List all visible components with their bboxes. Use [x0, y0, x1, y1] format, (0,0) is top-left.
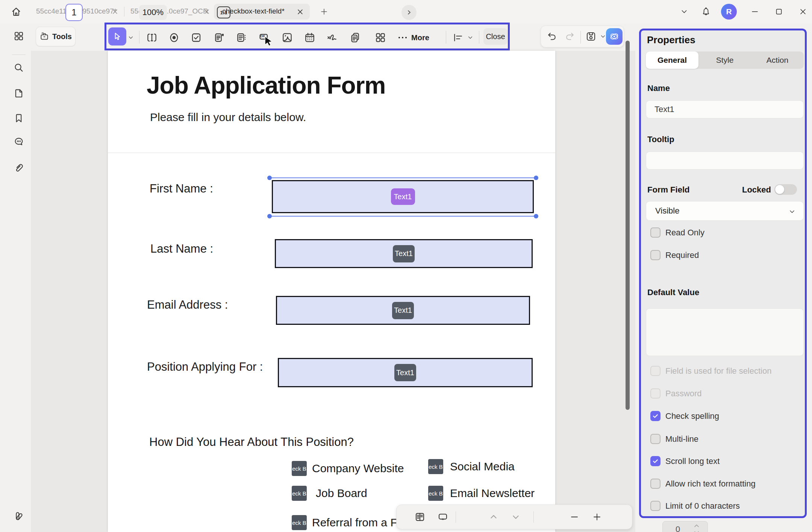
default-value-textarea[interactable] — [646, 308, 804, 356]
sidebar-item-page-thumbnails[interactable] — [10, 84, 28, 102]
home-button[interactable] — [8, 3, 25, 20]
tab-separator — [124, 7, 124, 17]
password-label: Password — [665, 388, 702, 399]
sidebar-item-comments[interactable] — [10, 133, 28, 151]
char-limit-spinner[interactable]: 0 — [662, 521, 708, 532]
titlebar-chevron-down-icon[interactable] — [678, 5, 691, 18]
paperclip-icon — [13, 162, 24, 173]
zoom-in-button[interactable] — [589, 509, 604, 524]
tab-action[interactable]: Action — [751, 52, 804, 69]
selection-handle[interactable] — [534, 214, 538, 218]
multi-line-label: Multi-line — [665, 434, 698, 444]
tab-close-icon[interactable] — [111, 8, 119, 15]
align-chevron-icon[interactable] — [465, 30, 475, 45]
tooltip-input[interactable] — [646, 152, 804, 170]
previous-page-button[interactable] — [486, 509, 501, 524]
page-number-input[interactable]: 1 — [65, 4, 83, 21]
home-icon — [11, 6, 22, 17]
list-box-tool[interactable] — [234, 30, 249, 45]
tab-close-icon[interactable] — [203, 8, 211, 15]
char-limit-label: Limit of 0 characters — [665, 501, 740, 511]
sidebar-divider — [12, 55, 26, 55]
checkbox-tool[interactable] — [189, 30, 204, 45]
text-field-last-name[interactable]: Text1 — [275, 239, 533, 268]
tab-general[interactable]: General — [646, 52, 698, 69]
text-field-email[interactable]: Text1 — [276, 296, 530, 325]
presentation-mode-button[interactable] — [435, 509, 450, 524]
select-tool-active[interactable] — [108, 27, 126, 45]
radio-button-tool[interactable] — [167, 30, 182, 45]
new-tab-button[interactable] — [320, 8, 328, 15]
rich-text-checkbox[interactable] — [650, 479, 661, 489]
spinner-up-icon[interactable] — [693, 523, 700, 529]
tooltip-label: Tooltip — [647, 135, 674, 144]
checkbox-field-company-website[interactable]: eck B — [292, 461, 307, 476]
tab-document-3-active[interactable]: checkbox-text-field* — [222, 7, 285, 15]
window-maximize-button[interactable] — [773, 5, 785, 18]
option-label: Company Website — [312, 462, 404, 475]
user-avatar[interactable]: R — [721, 4, 737, 20]
tab-close-icon[interactable] — [296, 8, 304, 15]
select-tool-chevron-icon[interactable] — [126, 30, 136, 45]
read-only-checkbox[interactable] — [650, 227, 661, 238]
tab-style[interactable]: Style — [698, 52, 751, 69]
redo-icon — [565, 31, 575, 42]
redo-button[interactable] — [562, 29, 577, 44]
selection-line-bottom — [269, 216, 536, 217]
reading-mode-button[interactable] — [412, 509, 427, 524]
text-field-first-name[interactable]: Text1 — [272, 180, 534, 213]
text-field-tool[interactable] — [144, 30, 159, 45]
selection-handle[interactable] — [267, 176, 272, 180]
notifications-bell-icon[interactable] — [700, 5, 712, 18]
toolbox-icon — [39, 32, 49, 41]
zoom-level-value[interactable]: 100% — [139, 5, 167, 20]
name-input[interactable]: Text1 — [646, 100, 804, 118]
comment-bubble-icon — [13, 136, 24, 147]
sidebar-item-attachments[interactable] — [10, 158, 28, 176]
option-label: Email Newsletter — [450, 487, 535, 500]
field-grid-tool[interactable] — [373, 30, 388, 45]
actual-size-button[interactable]: 1:1 — [217, 6, 230, 18]
more-button[interactable]: More — [398, 30, 429, 45]
checkbox-field-referral[interactable]: eck B — [292, 515, 307, 530]
combo-box-tool[interactable] — [212, 30, 227, 45]
sidebar-item-bookmarks[interactable] — [10, 109, 28, 127]
sidebar-item-apps-grid[interactable] — [10, 27, 28, 45]
window-minimize-button[interactable] — [748, 5, 761, 18]
page-icon — [13, 88, 24, 99]
checkbox-field-social-media[interactable]: eck B — [428, 459, 443, 474]
spinner-down-icon[interactable] — [693, 530, 700, 532]
signature-field-tool[interactable] — [324, 30, 339, 45]
duplicate-field-tool[interactable] — [348, 30, 363, 45]
expand-pagebar-button[interactable] — [401, 5, 417, 20]
sidebar-item-search[interactable] — [10, 59, 28, 77]
visibility-select[interactable]: Visible — [646, 201, 804, 221]
scroll-long-text-checkbox[interactable] — [650, 456, 661, 466]
zoom-out-button[interactable] — [567, 509, 582, 524]
align-fields-tool[interactable] — [450, 30, 465, 45]
sidebar-item-color-swatches[interactable] — [10, 507, 28, 525]
window-close-button[interactable] — [797, 5, 809, 18]
locked-toggle[interactable] — [774, 184, 797, 195]
close-form-mode-button[interactable]: Close — [483, 28, 508, 45]
vertical-scrollbar-thumb[interactable] — [626, 41, 630, 410]
file-selection-checkbox — [650, 366, 661, 376]
save-button[interactable] — [583, 29, 598, 44]
tools-button[interactable]: Tools — [36, 27, 76, 46]
required-checkbox[interactable] — [650, 250, 661, 260]
image-field-tool[interactable] — [280, 30, 295, 45]
image-field-icon — [281, 32, 293, 44]
char-limit-checkbox[interactable] — [650, 501, 661, 511]
date-field-tool[interactable] — [302, 30, 317, 45]
selection-handle[interactable] — [534, 176, 538, 180]
checkbox-field-email-newsletter[interactable]: eck B — [428, 486, 443, 501]
check-spelling-checkbox[interactable] — [650, 411, 661, 421]
selection-handle[interactable] — [267, 214, 272, 218]
checkbox-field-job-board[interactable]: eck B — [292, 486, 307, 501]
properties-panel: Properties General Style Action Name Tex… — [639, 29, 807, 518]
undo-button[interactable] — [544, 29, 559, 44]
text-field-position[interactable]: Text1 — [278, 358, 533, 387]
multi-line-checkbox[interactable] — [650, 434, 661, 444]
ai-assistant-button[interactable] — [606, 28, 623, 45]
next-page-button[interactable] — [508, 509, 523, 524]
